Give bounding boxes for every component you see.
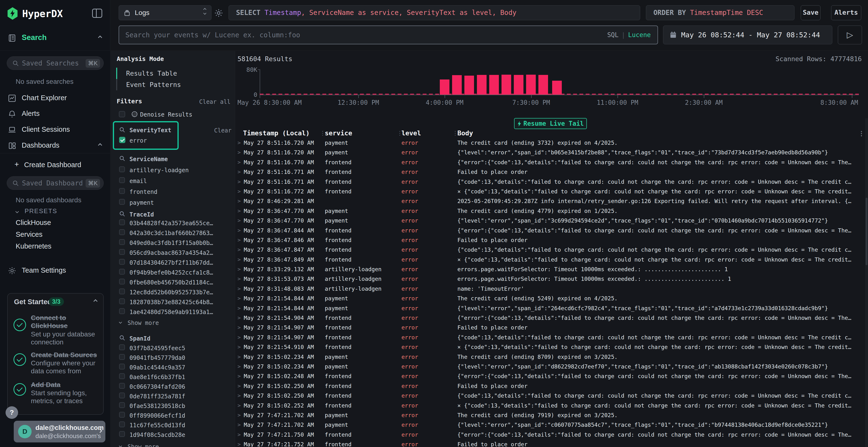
row-expand-chevron[interactable]: > xyxy=(238,284,244,294)
row-expand-chevron[interactable]: > xyxy=(238,265,244,274)
row-expand-chevron[interactable]: > xyxy=(238,362,244,371)
presets-toggle[interactable]: PRESETS xyxy=(0,207,110,218)
trace-filter-item-label[interactable]: 042a30c3dc1baf660b27863… xyxy=(129,230,213,237)
save-button[interactable]: Save xyxy=(801,5,820,20)
col-body[interactable]: Body xyxy=(457,129,868,138)
histogram-bar[interactable] xyxy=(552,81,562,95)
alerts-button[interactable]: Alerts xyxy=(831,5,861,20)
row-expand-chevron[interactable]: > xyxy=(238,158,244,167)
row-expand-chevron[interactable]: > xyxy=(238,138,244,148)
row-expand-chevron[interactable]: > xyxy=(238,274,244,284)
row-expand-chevron[interactable]: > xyxy=(238,304,244,313)
trace-filter-item-label[interactable]: 03b44828f42a3573ea655ce… xyxy=(129,220,213,227)
span-filter-item-checkbox[interactable] xyxy=(119,344,125,350)
row-expand-chevron[interactable]: > xyxy=(238,323,244,332)
trace-filter-item-checkbox[interactable] xyxy=(119,219,125,225)
trace-filter-item-label[interactable]: 0fbe680eb456750b2d1184c… xyxy=(129,279,213,286)
table-row[interactable]: >May 27 8:15:02.248 AMfrontenderror{"err… xyxy=(236,371,868,381)
table-row[interactable]: >May 27 8:15:02.234 AMpaymenterrorThe cr… xyxy=(236,352,868,362)
saved-searches-field[interactable] xyxy=(22,57,82,70)
table-row[interactable]: >May 27 7:47:21.750 AMfrontenderror{"err… xyxy=(236,430,868,440)
saved-dashboards-input[interactable]: ⌘K xyxy=(7,176,104,190)
col-service[interactable]: service xyxy=(325,129,401,138)
table-row[interactable]: >May 27 8:36:47.844 AMfrontenderror{"err… xyxy=(236,226,868,235)
service-filter-item-label[interactable]: frontend xyxy=(129,188,157,195)
event-search-input[interactable] xyxy=(125,26,584,44)
trace-filter-item-checkbox[interactable] xyxy=(119,249,125,255)
trace-filter-item-label[interactable]: 1ae42480d758e9ab91193a1… xyxy=(129,309,213,315)
histogram-bar[interactable] xyxy=(489,75,499,95)
sql-mode-label[interactable]: SQL xyxy=(607,31,618,38)
table-row[interactable]: >May 27 8:51:16.770 AMfrontenderror{"err… xyxy=(236,158,868,167)
service-filter-item-checkbox[interactable] xyxy=(119,188,125,194)
severity-clear-link[interactable]: Clear xyxy=(214,127,231,134)
table-row[interactable]: >May 27 8:15:02.252 AMfrontenderror× {"c… xyxy=(236,401,868,410)
table-row[interactable]: >May 27 8:21:54.904 AMfrontenderror{"err… xyxy=(236,313,868,323)
column-drag-handle-icon[interactable]: ⋮ xyxy=(397,130,403,137)
table-row[interactable]: >May 27 8:51:16.772 AMfrontenderror× {"c… xyxy=(236,187,868,196)
histogram-bar[interactable] xyxy=(477,75,487,95)
chevron-up-icon[interactable] xyxy=(98,36,102,40)
denoise-checkbox[interactable] xyxy=(119,111,125,117)
query-language-toggle[interactable]: SQL|Lucene xyxy=(607,31,651,38)
trace-filter-item-label[interactable]: 07d184304627bf2f11b67dd… xyxy=(129,260,213,266)
sidebar-item-services[interactable]: Services xyxy=(16,231,42,238)
table-row[interactable]: >May 27 8:21:54.844 AMpaymenterrorThe cr… xyxy=(236,294,868,303)
column-drag-handle-icon[interactable]: ⋮ xyxy=(452,130,458,137)
table-row[interactable]: >May 27 8:21:54.907 AMfrontenderrorFaile… xyxy=(236,323,868,332)
table-options-icon[interactable]: ⋮ xyxy=(858,130,865,137)
span-filter-item-label[interactable]: 03f7b824595feec5 xyxy=(129,345,185,352)
span-filter-title[interactable]: SpanId xyxy=(129,335,151,342)
sidebar-item-search[interactable]: Search xyxy=(0,33,110,43)
row-expand-chevron[interactable]: > xyxy=(238,381,244,391)
user-card[interactable]: D dale@clickhouse.com dale@clickhouse.co… xyxy=(14,421,105,442)
chevron-up-icon[interactable] xyxy=(98,143,102,147)
span-filter-item-checkbox[interactable] xyxy=(119,402,125,408)
trace-filter-item-checkbox[interactable] xyxy=(119,288,125,294)
service-filter-item-label[interactable]: email xyxy=(129,178,147,184)
row-expand-chevron[interactable]: > xyxy=(238,410,244,420)
create-dashboard-button[interactable]: + Create Dashboard xyxy=(0,160,110,171)
row-expand-chevron[interactable]: > xyxy=(238,235,244,245)
get-started-item-title[interactable]: Connect to ClickHouse xyxy=(31,314,101,330)
row-expand-chevron[interactable]: > xyxy=(238,313,244,323)
table-row[interactable]: >May 27 8:51:16.771 AMfrontenderrorFaile… xyxy=(236,167,868,177)
trace-filter-item-checkbox[interactable] xyxy=(119,259,125,265)
table-row[interactable]: >May 27 8:33:29.132 AMartillery-loadgene… xyxy=(236,265,868,274)
row-expand-chevron[interactable]: > xyxy=(238,333,244,342)
row-expand-chevron[interactable]: > xyxy=(238,226,244,235)
trace-filter-title[interactable]: TraceId xyxy=(129,211,154,218)
source-select[interactable]: Logs xyxy=(119,5,212,20)
span-filter-item-label[interactable]: 0de781ff325a781f xyxy=(129,393,185,400)
table-row[interactable]: >May 27 8:36:47.770 AMpaymenterrorThe cr… xyxy=(236,206,868,216)
collapse-sidebar-icon[interactable] xyxy=(92,9,102,18)
table-row[interactable]: >May 27 8:51:16.720 AMpaymenterror{"leve… xyxy=(236,148,868,157)
run-query-button[interactable]: ▷ xyxy=(838,26,862,44)
trace-filter-item-label[interactable]: 056cd9acbaac8637a4354a2… xyxy=(129,249,213,256)
trace-filter-item-checkbox[interactable] xyxy=(119,239,125,245)
table-row[interactable]: >May 27 7:47:21.702 AMpaymenterrorThe cr… xyxy=(236,410,868,420)
date-range-picker[interactable]: May 26 08:52:44 - May 27 08:52:44 xyxy=(663,26,832,44)
service-filter-item-checkbox[interactable] xyxy=(119,177,125,183)
row-expand-chevron[interactable]: > xyxy=(238,245,244,254)
clear-all-link[interactable]: Clear all xyxy=(199,99,230,105)
span-filter-item-checkbox[interactable] xyxy=(119,431,125,437)
trace-filter-item-checkbox[interactable] xyxy=(119,269,125,275)
get-started-item-title[interactable]: Add Data xyxy=(31,381,101,389)
histogram-bar[interactable] xyxy=(440,79,450,95)
sidebar-item-alerts[interactable]: Alerts xyxy=(0,109,110,119)
span-filter-item-checkbox[interactable] xyxy=(119,421,125,427)
span-filter-item-label[interactable]: 09041fb457779da0 xyxy=(129,354,185,361)
lucene-mode-label[interactable]: Lucene xyxy=(628,31,651,38)
row-expand-chevron[interactable]: > xyxy=(238,187,244,196)
saved-searches-input[interactable]: ⌘K xyxy=(7,56,104,70)
table-row[interactable]: >May 27 8:46:29.281 AMerror2025-05-26T09… xyxy=(236,196,868,206)
get-started-item-title[interactable]: Create Data Sources xyxy=(31,351,101,359)
row-expand-chevron[interactable]: > xyxy=(238,420,244,429)
trace-filter-item-label[interactable]: 18287038b73e882425c64b8… xyxy=(129,299,213,306)
table-row[interactable]: >May 27 8:31:53.073 AMartillery-loadgene… xyxy=(236,274,868,284)
span-filter-item-label[interactable]: 11c67fe55c0d13fd xyxy=(129,422,185,429)
span-filter-item-label[interactable]: 09ab1c4544c9a357 xyxy=(129,364,185,371)
table-row[interactable]: >May 27 8:15:02.234 AMpaymenterror{"leve… xyxy=(236,362,868,371)
service-filter-item-checkbox[interactable] xyxy=(119,166,125,172)
